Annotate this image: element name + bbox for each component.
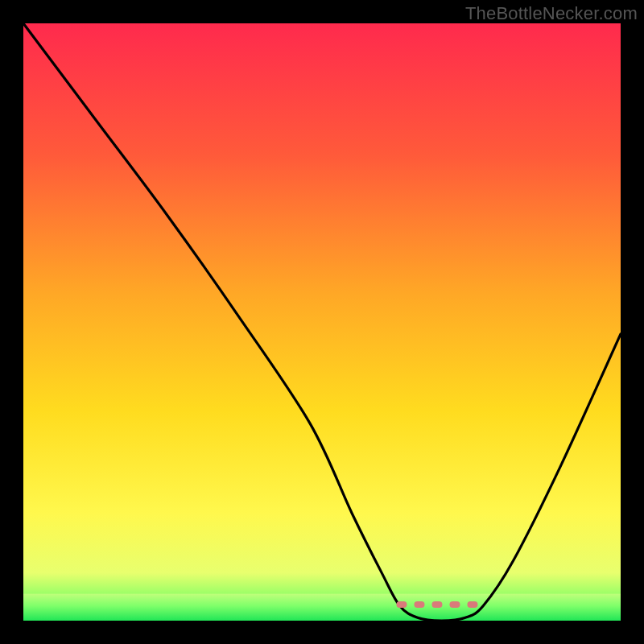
chart-page: TheBottleNecker.com [0, 0, 644, 644]
bottleneck-chart [23, 23, 621, 621]
chart-svg [23, 23, 621, 621]
gradient-background [23, 23, 621, 621]
green-bottom-band [23, 594, 621, 621]
watermark-text: TheBottleNecker.com [465, 3, 638, 24]
